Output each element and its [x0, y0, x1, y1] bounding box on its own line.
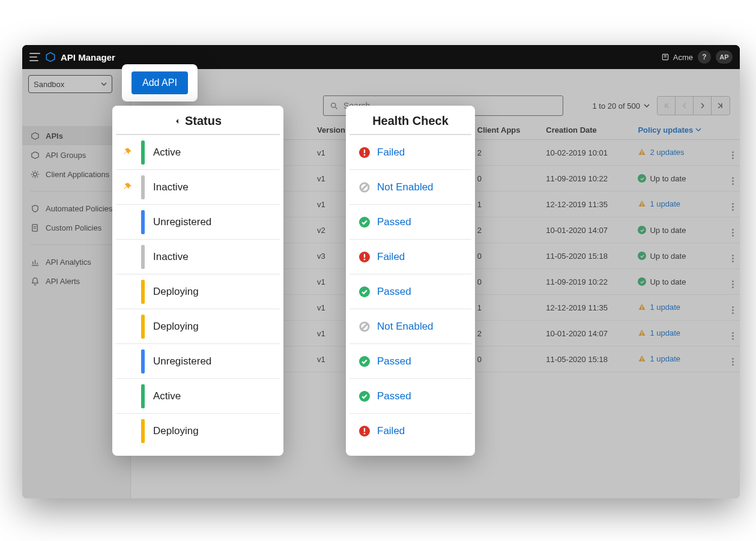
healthcheck-item[interactable]: Passed	[349, 205, 471, 240]
status-color-green	[141, 141, 145, 165]
row-menu-button[interactable]	[726, 140, 740, 166]
status-color-green	[141, 384, 145, 408]
add-api-button[interactable]: Add API	[132, 71, 188, 94]
row-menu-button[interactable]	[726, 243, 740, 269]
health-passed-icon	[359, 391, 370, 402]
svg-marker-2	[32, 132, 38, 139]
row-menu-button[interactable]	[726, 269, 740, 295]
row-menu-button[interactable]	[726, 321, 740, 346]
health-popover-title: Health Check	[349, 114, 471, 135]
avatar[interactable]: AP	[716, 50, 733, 64]
svg-point-4	[34, 172, 37, 176]
status-popover: Status ActiveInactiveUnregisteredInactiv…	[112, 106, 283, 456]
chart-icon	[31, 258, 40, 267]
row-menu-button[interactable]	[726, 346, 740, 372]
row-menu-button[interactable]	[726, 192, 740, 217]
policy-update-link[interactable]: 2 updates	[638, 148, 684, 157]
status-popover-title: Status	[116, 114, 280, 135]
healthcheck-item[interactable]: Failed	[349, 135, 471, 170]
hexagon-outline-icon	[31, 151, 40, 160]
page-first-button[interactable]	[658, 97, 676, 115]
status-color-grey	[141, 175, 145, 199]
org-switcher[interactable]: Acme	[661, 53, 693, 62]
policy-update-link[interactable]: 1 update	[638, 199, 680, 208]
health-passed-icon	[359, 286, 370, 297]
healthcheck-item[interactable]: Not Enabled	[349, 309, 471, 344]
status-item[interactable]: Unregistered	[116, 205, 280, 240]
status-item[interactable]: Deploying	[116, 274, 280, 309]
status-color-blue	[141, 349, 145, 373]
svg-point-6	[331, 103, 336, 107]
status-color-blue	[141, 210, 145, 234]
page-prev-button[interactable]	[676, 97, 694, 115]
app-title: API Manager	[61, 52, 115, 62]
environment-selected: Sandbox	[34, 80, 64, 89]
health-popover: Health Check FailedNot EnabledPassedFail…	[346, 106, 475, 456]
org-name: Acme	[673, 53, 693, 62]
status-item[interactable]: Deploying	[116, 309, 280, 344]
add-api-popover: Add API	[122, 64, 198, 101]
status-color-yellow	[141, 280, 145, 304]
environment-select[interactable]: Sandbox	[28, 75, 112, 93]
status-item[interactable]: Inactive	[116, 240, 280, 274]
hexagon-icon	[31, 131, 40, 141]
status-item[interactable]: Inactive	[116, 170, 280, 205]
pin-icon	[122, 147, 133, 158]
page-last-button[interactable]	[712, 97, 730, 115]
status-item[interactable]: Deploying	[116, 414, 280, 449]
status-item[interactable]: Active	[116, 379, 280, 414]
healthcheck-item[interactable]: Passed	[349, 379, 471, 414]
row-menu-button[interactable]	[726, 295, 740, 321]
policy-update-link[interactable]: 1 update	[638, 303, 680, 312]
health-failed-icon	[359, 147, 370, 158]
status-color-grey	[141, 245, 145, 269]
status-color-yellow	[141, 315, 145, 339]
gear-icon	[31, 170, 40, 179]
page-next-button[interactable]	[694, 97, 712, 115]
healthcheck-item[interactable]: Passed	[349, 344, 471, 379]
help-button[interactable]: ?	[698, 50, 711, 64]
chevron-down-icon	[695, 127, 701, 133]
chevron-down-icon	[101, 80, 107, 89]
policy-uptodate: Up to date	[638, 226, 686, 235]
logo-icon	[45, 52, 56, 62]
col-policy-updates[interactable]: Policy updates	[632, 121, 726, 140]
health-notenabled-icon	[359, 321, 370, 332]
healthcheck-item[interactable]: Failed	[349, 240, 471, 274]
health-passed-icon	[359, 356, 370, 367]
pagination: 1 to 20 of 500	[592, 96, 730, 115]
search-icon	[330, 101, 339, 110]
menu-icon[interactable]	[29, 53, 40, 61]
health-notenabled-icon	[359, 182, 370, 193]
status-item[interactable]: Active	[116, 135, 280, 170]
pagination-range[interactable]: 1 to 20 of 500	[592, 101, 650, 110]
col-creation[interactable]: Creation Date	[540, 121, 632, 140]
caret-left-icon	[174, 118, 180, 124]
health-failed-icon	[359, 426, 370, 437]
svg-marker-3	[32, 151, 38, 158]
healthcheck-item[interactable]: Failed	[349, 414, 471, 449]
health-passed-icon	[359, 217, 370, 228]
col-client-apps[interactable]: Client Apps	[471, 121, 540, 140]
policy-uptodate: Up to date	[638, 252, 686, 261]
policy-uptodate: Up to date	[638, 174, 686, 183]
policy-uptodate: Up to date	[638, 277, 686, 286]
chevron-down-icon	[644, 103, 650, 109]
policy-update-link[interactable]: 1 update	[638, 328, 680, 337]
pin-icon	[122, 182, 133, 193]
status-item[interactable]: Unregistered	[116, 344, 280, 379]
row-menu-button[interactable]	[726, 166, 740, 192]
svg-marker-0	[46, 53, 55, 62]
health-failed-icon	[359, 252, 370, 262]
doc-icon	[31, 223, 40, 232]
status-color-yellow	[141, 419, 145, 443]
row-menu-button[interactable]	[726, 217, 740, 243]
shield-icon	[31, 204, 40, 213]
healthcheck-item[interactable]: Not Enabled	[349, 170, 471, 205]
bell-icon	[31, 277, 40, 286]
policy-update-link[interactable]: 1 update	[638, 354, 680, 363]
svg-rect-5	[32, 224, 37, 231]
healthcheck-item[interactable]: Passed	[349, 274, 471, 309]
